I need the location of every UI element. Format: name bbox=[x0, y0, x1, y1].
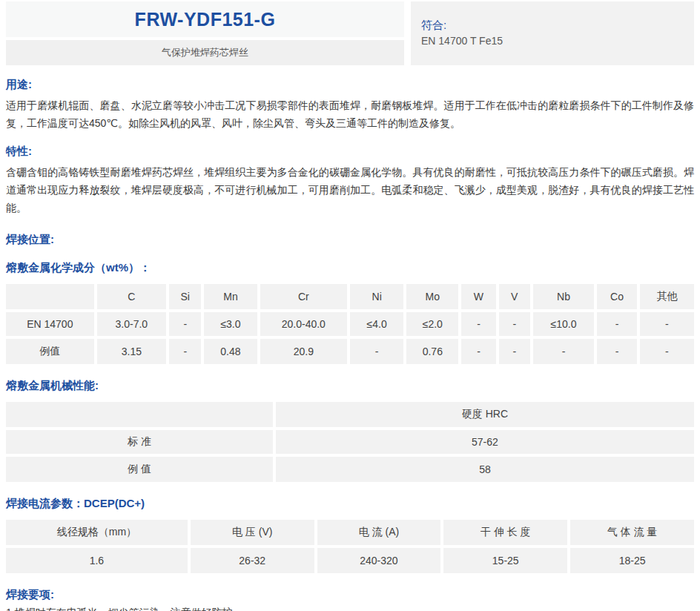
current-header-row: 线径规格（mm） 电 压 (V) 电 流 (A) 干 伸 长 度 气 体 流 量 bbox=[6, 520, 694, 546]
chemical-composition-table: C Si Mn Cr Ni Mo W V Nb Co 其他 EN 14700 3… bbox=[6, 284, 694, 364]
chemical-value-cell: - bbox=[460, 311, 497, 337]
chemical-value-cell: - bbox=[168, 337, 202, 364]
chemical-header-cell: Mn bbox=[202, 284, 258, 311]
current-value-row: 1.6 26-32 240-320 15-25 18-25 bbox=[6, 546, 694, 573]
welding-position-heading: 焊接位置: bbox=[6, 233, 694, 247]
mechanical-header-cell: 硬度 HRC bbox=[274, 402, 694, 429]
chemical-value-cell: 3.0-7.0 bbox=[96, 311, 168, 337]
chemical-value-cell: 3.15 bbox=[96, 337, 168, 364]
chemical-example-row: 例值 3.15 - 0.48 20.9 - 0.76 - - - - - bbox=[6, 337, 694, 364]
mechanical-row-label: 标 准 bbox=[6, 429, 274, 455]
page-header: FRW-YDF151-G 气保护堆焊药芯焊丝 符合: EN 14700 T Fe… bbox=[6, 1, 694, 65]
features-text: 含硼含钼的高铬铸铁型耐磨堆焊药芯焊丝，堆焊组织主要为多合金化的碳硼金属化学物。具… bbox=[6, 163, 694, 217]
compliance-panel: 符合: EN 14700 T Fe15 bbox=[411, 1, 694, 65]
chemical-header-cell: W bbox=[460, 284, 497, 311]
chemical-header-cell: Ni bbox=[349, 284, 405, 311]
mechanical-value-cell: 58 bbox=[274, 455, 694, 482]
mechanical-row-label: 例 值 bbox=[6, 455, 274, 482]
chemical-row-label: EN 14700 bbox=[6, 311, 96, 337]
usage-text: 适用于磨煤机辊面、磨盘、水泥立磨等较小冲击工况下易损零部件的表面堆焊，耐磨钢板堆… bbox=[6, 96, 694, 132]
chemical-header-cell: Co bbox=[595, 284, 638, 311]
compliance-value: EN 14700 T Fe15 bbox=[421, 35, 687, 47]
chemical-value-cell: 20.0-40.0 bbox=[259, 311, 349, 337]
current-header-cell: 电 压 (V) bbox=[189, 520, 316, 546]
chemical-value-cell: - bbox=[498, 337, 532, 364]
chemical-value-cell: 0.48 bbox=[202, 337, 258, 364]
chemical-row-label: 例值 bbox=[6, 337, 96, 364]
subtitle-area: 气保护堆焊药芯焊丝 bbox=[6, 40, 404, 65]
chemical-header-cell: Cr bbox=[259, 284, 349, 311]
chemical-value-cell: 20.9 bbox=[259, 337, 349, 364]
chemical-header-cell: V bbox=[498, 284, 532, 311]
mechanical-header-row: 硬度 HRC bbox=[6, 402, 694, 429]
current-header-cell: 干 伸 长 度 bbox=[442, 520, 569, 546]
product-datasheet-page: FRW-YDF151-G 气保护堆焊药芯焊丝 符合: EN 14700 T Fe… bbox=[0, 0, 700, 611]
mechanical-properties-heading: 熔敷金属机械性能: bbox=[6, 379, 694, 393]
chemical-value-cell: - bbox=[595, 337, 638, 364]
mechanical-standard-row: 标 准 57-62 bbox=[6, 429, 694, 455]
usage-heading: 用途: bbox=[6, 78, 694, 92]
mechanical-example-row: 例 值 58 bbox=[6, 455, 694, 482]
mechanical-header-cell bbox=[6, 402, 274, 429]
product-subtitle: 气保护堆焊药芯焊丝 bbox=[162, 46, 248, 59]
compliance-label: 符合: bbox=[421, 19, 687, 33]
welding-current-heading: 焊接电流参数：DCEP(DC+) bbox=[6, 497, 694, 511]
chemical-value-cell: - bbox=[168, 311, 202, 337]
chemical-value-cell: ≤3.0 bbox=[202, 311, 258, 337]
welding-current-table: 线径规格（mm） 电 压 (V) 电 流 (A) 干 伸 长 度 气 体 流 量… bbox=[6, 520, 694, 573]
current-header-cell: 电 流 (A) bbox=[316, 520, 443, 546]
chemical-value-cell: - bbox=[460, 337, 497, 364]
current-value-cell: 15-25 bbox=[442, 546, 569, 573]
current-value-cell: 1.6 bbox=[6, 546, 189, 573]
current-value-cell: 26-32 bbox=[189, 546, 316, 573]
current-value-cell: 18-25 bbox=[569, 546, 694, 573]
chemical-value-cell: - bbox=[498, 311, 532, 337]
chemical-header-cell: 其他 bbox=[638, 284, 694, 311]
chemical-value-cell: ≤4.0 bbox=[349, 311, 405, 337]
chemical-value-cell: - bbox=[349, 337, 405, 364]
chemical-value-cell: ≤2.0 bbox=[405, 311, 460, 337]
chemical-header-row: C Si Mn Cr Ni Mo W V Nb Co 其他 bbox=[6, 284, 694, 311]
header-left-panel: FRW-YDF151-G 气保护堆焊药芯焊丝 bbox=[6, 1, 404, 65]
chemical-header-cell bbox=[6, 284, 96, 311]
mechanical-properties-table: 硬度 HRC 标 准 57-62 例 值 58 bbox=[6, 402, 694, 482]
mechanical-value-cell: 57-62 bbox=[274, 429, 694, 455]
welding-note-1: 1.堆焊时存在电弧光、烟尘等污染，注意做好防护。 bbox=[6, 604, 694, 611]
current-value-cell: 240-320 bbox=[316, 546, 443, 573]
chemical-value-cell: - bbox=[638, 337, 694, 364]
chemical-header-cell: C bbox=[96, 284, 168, 311]
chemical-value-cell: - bbox=[638, 311, 694, 337]
chemical-value-cell: ≤10.0 bbox=[532, 311, 595, 337]
chemical-standard-row: EN 14700 3.0-7.0 - ≤3.0 20.0-40.0 ≤4.0 ≤… bbox=[6, 311, 694, 337]
features-heading: 特性: bbox=[6, 145, 694, 159]
chemical-value-cell: 0.76 bbox=[405, 337, 460, 364]
product-title: FRW-YDF151-G bbox=[135, 9, 276, 30]
current-header-cell: 线径规格（mm） bbox=[6, 520, 189, 546]
chemical-header-cell: Nb bbox=[532, 284, 595, 311]
title-area: FRW-YDF151-G bbox=[6, 1, 404, 37]
chemical-header-cell: Si bbox=[168, 284, 202, 311]
current-header-cell: 气 体 流 量 bbox=[569, 520, 694, 546]
chemical-header-cell: Mo bbox=[405, 284, 460, 311]
chemical-value-cell: - bbox=[595, 311, 638, 337]
chemical-composition-heading: 熔敷金属化学成分（wt%）： bbox=[6, 261, 694, 275]
welding-notes-heading: 焊接要项: bbox=[6, 588, 694, 602]
chemical-value-cell: - bbox=[532, 337, 595, 364]
